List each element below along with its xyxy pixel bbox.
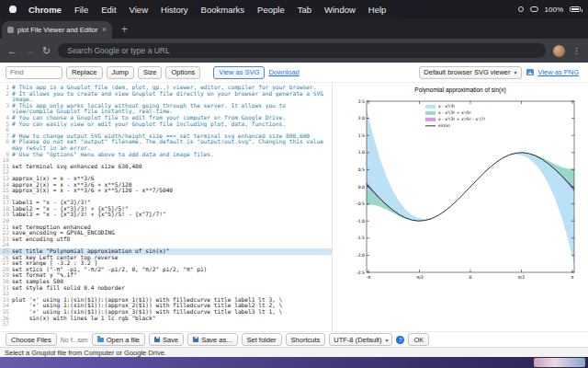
line-number: 3 xyxy=(0,103,12,115)
replace-button[interactable]: Replace xyxy=(66,66,103,79)
image-icon xyxy=(526,69,534,75)
page-content: Replace Jump Size Options View as SVG Do… xyxy=(0,63,588,357)
menu-item-edit[interactable]: Edit xyxy=(95,5,122,15)
view-as-svg-button[interactable]: View as SVG xyxy=(213,66,265,79)
code-line xyxy=(12,321,332,328)
browser-window: plot File Viewer and Editor × + ← → ↻ Se… xyxy=(0,18,588,357)
code-editor[interactable]: 1# This app is a Gnuplot file (dem, plot… xyxy=(0,83,333,331)
svg-text:x - x³/3! + x⁵/5!: x - x³/3! + x⁵/5! xyxy=(438,110,471,115)
svg-text:2.0: 2.0 xyxy=(358,116,365,121)
code-row: 3# This app only works locally without g… xyxy=(0,103,332,115)
viewer-controls: Default browser SVG viewer ▾ View as PNG xyxy=(419,66,582,79)
siri-icon[interactable] xyxy=(518,6,524,12)
code-row: 9# Use the "Options" menu above to add d… xyxy=(0,152,332,158)
svg-text:2.5: 2.5 xyxy=(358,99,365,104)
reload-button[interactable]: ↻ xyxy=(42,46,51,56)
svg-text:1.5: 1.5 xyxy=(358,133,365,138)
download-link[interactable]: Download xyxy=(268,68,299,76)
open-file-button[interactable]: Open a file xyxy=(92,333,145,346)
menu-item-view[interactable]: View xyxy=(123,5,154,15)
svg-text:π: π xyxy=(571,275,574,280)
profile-avatar[interactable] xyxy=(553,45,565,57)
line-number: 37 xyxy=(0,321,12,328)
line-number: 8 xyxy=(0,139,12,151)
main-split: 1# This app is a Gnuplot file (dem, plot… xyxy=(0,83,588,331)
svg-text:0.0: 0.0 xyxy=(358,185,365,190)
svg-text:sin(x): sin(x) xyxy=(438,123,450,128)
chevron-down-icon: ▾ xyxy=(385,337,388,343)
menu-item-people[interactable]: People xyxy=(251,5,291,15)
forward-button[interactable]: → xyxy=(25,46,35,56)
svg-text:0.5: 0.5 xyxy=(358,167,365,172)
shortcuts-button[interactable]: Shortcuts xyxy=(286,333,326,346)
omnibox[interactable]: Search Google or type a URL xyxy=(58,43,546,58)
svg-text:x - x³/3! + x⁵/5! - x⁷/7!: x - x³/3! + x⁵/5! - x⁷/7! xyxy=(438,117,485,121)
ok-button[interactable]: OK xyxy=(408,333,429,346)
control-center-icon[interactable] xyxy=(530,6,538,12)
code-row: 5# You can easily view or edit your Gnup… xyxy=(0,121,332,128)
size-button[interactable]: Size xyxy=(138,66,163,79)
new-tab-button[interactable]: + xyxy=(121,24,128,35)
desktop-wallpaper-detail xyxy=(534,358,585,367)
menu-item-history[interactable]: History xyxy=(154,5,195,15)
code-row: 2# It allows you to create and view Gnup… xyxy=(0,91,332,103)
menu-item-help[interactable]: Help xyxy=(362,5,393,15)
code-row: 11set terminal svg enhanced size 630,480 xyxy=(0,164,332,170)
svg-text:-2.0: -2.0 xyxy=(356,253,365,258)
apple-logo-icon[interactable] xyxy=(9,6,17,13)
app-toolbar: Replace Jump Size Options View as SVG Do… xyxy=(0,63,588,83)
save-as-button[interactable]: Save as... xyxy=(187,333,237,346)
tab-close-icon[interactable]: × xyxy=(102,26,107,34)
svg-text:1.0: 1.0 xyxy=(358,150,365,155)
browser-toolbar: ← → ↻ Search Google or type a URL ⋮ xyxy=(0,39,588,63)
tab-favicon-icon xyxy=(7,27,14,33)
svg-text:-1.0: -1.0 xyxy=(356,219,365,224)
plot-title: Polynomial approximation of sin(x) xyxy=(414,86,505,93)
code-line: set encoding utf8 xyxy=(12,236,332,243)
code-line: # You can easily view or edit your Gnupl… xyxy=(12,121,332,128)
menubar-items: ChromeFileEditViewHistoryBookmarksPeople… xyxy=(22,5,392,15)
browser-tab[interactable]: plot File Viewer and Editor × xyxy=(2,21,112,39)
code-row: 23set encoding utf8 xyxy=(0,236,332,243)
file-chosen-label: No f...sen xyxy=(61,337,88,343)
status-text: Select a Gnuplot file from Computer or G… xyxy=(5,349,166,357)
set-folder-button[interactable]: Set folder xyxy=(242,333,282,346)
menu-item-chrome[interactable]: Chrome xyxy=(22,5,68,15)
menu-item-bookmarks[interactable]: Bookmarks xyxy=(195,5,252,15)
svg-text:x - x³/3!: x - x³/3! xyxy=(438,104,455,109)
status-bar: Select a Gnuplot file from Computer or G… xyxy=(0,347,588,357)
code-line: # This app only works locally without go… xyxy=(12,103,332,115)
find-input[interactable] xyxy=(6,66,62,79)
floppy-icon xyxy=(154,337,160,342)
options-button[interactable]: Options xyxy=(165,66,200,79)
battery-icon[interactable] xyxy=(570,6,581,12)
svg-text:-π/2: -π/2 xyxy=(415,275,424,280)
svg-text:0: 0 xyxy=(469,275,472,280)
svg-text:-2.5: -2.5 xyxy=(356,270,365,275)
menu-item-file[interactable]: File xyxy=(68,5,95,15)
save-button[interactable]: Save xyxy=(149,333,184,346)
view-as-png-link[interactable]: View as PNG xyxy=(538,68,579,76)
battery-percent: 100% xyxy=(545,6,563,14)
menu-item-window[interactable]: Window xyxy=(318,5,362,15)
code-row: 36 sin(x) with lines lw 1 lc rgb "black" xyxy=(0,316,332,322)
menu-item-tab[interactable]: Tab xyxy=(291,5,318,15)
plot-panel: Polynomial approximation of sin(x) -2.5-… xyxy=(333,83,588,331)
file-bar: Choose Files No f...sen Open a file Save… xyxy=(0,331,588,347)
menubar-status-area: 100% xyxy=(518,6,581,14)
back-button[interactable]: ← xyxy=(7,46,17,56)
code-row: 8# Please do not set "output" filename. … xyxy=(0,139,332,151)
encoding-select[interactable]: UTF-8 (Default) ▾ xyxy=(329,333,392,346)
code-row: 19label3 = "x - {x^3}/3! + {x^5}/5! - {x… xyxy=(0,212,332,218)
browser-menu-icon[interactable]: ⋮ xyxy=(572,46,581,55)
tab-strip: plot File Viewer and Editor × + xyxy=(0,18,588,39)
code-line: # Please do not set "output" filename. T… xyxy=(12,139,332,151)
code-line: approx_3(x) = x - x**3/6 + x**5/120 - x*… xyxy=(12,188,332,194)
jump-button[interactable]: Jump xyxy=(107,66,134,79)
svg-viewer-select[interactable]: Default browser SVG viewer ▾ xyxy=(419,66,521,79)
svg-text:-0.5: -0.5 xyxy=(356,201,365,206)
svg-text:-π: -π xyxy=(367,275,371,280)
help-icon[interactable]: ? xyxy=(396,336,404,344)
code-line: # It allows you to create and view Gnupl… xyxy=(12,91,332,103)
choose-files-button[interactable]: Choose Files xyxy=(6,333,57,346)
